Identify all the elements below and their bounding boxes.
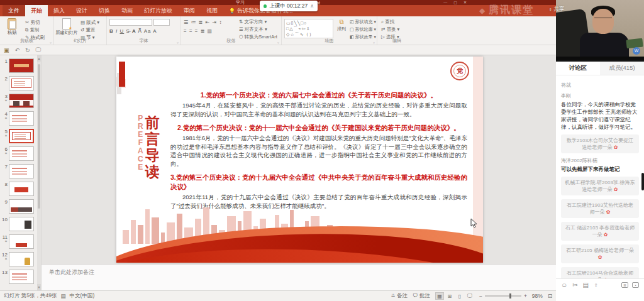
zoom-out-icon[interactable]: −	[479, 293, 482, 299]
slideshow-view-icon[interactable]: 🖵	[465, 292, 474, 300]
editing-buttons: ⌕ 查找 ⇄ 替换 ▾ ▷ 选择 ▾	[381, 19, 399, 40]
scroll-up-icon[interactable]: ▲	[37, 55, 41, 62]
slide-thumbnail-13[interactable]	[9, 270, 34, 284]
align-text-button[interactable]: ☰ 对齐文本 ▾	[239, 26, 277, 33]
dialog-launcher-icon[interactable]: ⌄	[176, 40, 179, 44]
ribbon-tab-3[interactable]: 设计	[70, 5, 93, 16]
maximize-icon[interactable]: ▢	[453, 0, 457, 5]
dialog-launcher-icon[interactable]: ⌄	[49, 40, 52, 44]
find-button[interactable]: ⌕ 查找	[381, 19, 399, 25]
ribbon-tab-6[interactable]: 幻灯片放映	[138, 5, 178, 16]
comments-toggle[interactable]: 🗩 批注	[413, 292, 430, 300]
emoji-icon[interactable]: ☺	[561, 282, 567, 288]
flower-icon: ✿	[613, 145, 618, 150]
ribbon-tab-0[interactable]: 文件	[3, 5, 25, 16]
ribbon-tab-7[interactable]: 审阅	[178, 5, 201, 16]
replace-button[interactable]: ⇄ 替换 ▾	[381, 26, 399, 33]
thumbnail-row: 10	[1, 217, 40, 231]
slide-thumbnail-6[interactable]	[9, 146, 34, 161]
normal-view-icon[interactable]: ▦	[435, 292, 444, 300]
status-bar: 幻灯片 第5张，共49张 ▤ 中文(中国) ≐ 备注 🗩 批注 ▦ ⊞ ▯ 🖵 …	[0, 290, 556, 301]
slide-thumbnail-10[interactable]	[9, 217, 34, 231]
align-buttons[interactable]: ≡ ≡ ≡ ≣ ▥	[184, 28, 213, 34]
slide-sorter-icon[interactable]: ⊞	[445, 292, 454, 300]
cut-button[interactable]: ✂ 剪切	[25, 19, 45, 26]
gift-message: 机械工程学院-研2003班-徐海东送给老师一朵 ✿	[561, 177, 639, 195]
chat-message: 各位同学，今天的课程由学校党委学生工作部部长 王亮老师给大家讲授，请同学们遵守课…	[561, 101, 639, 131]
slide-thumbnail-11[interactable]	[9, 234, 34, 249]
shape-outline-button[interactable]: ▢ 形状轮廓 ▾	[350, 26, 376, 33]
font-name-input[interactable]	[109, 19, 152, 26]
share-button[interactable]: ♀ 共享	[548, 6, 564, 13]
collapse-pill-icon[interactable]: ∧	[310, 3, 314, 9]
screenshot-icon[interactable]: ✂	[572, 282, 577, 288]
thumbnail-row: 11✶	[1, 234, 40, 249]
spellcheck-icon[interactable]: ▤	[61, 293, 66, 299]
thumbnail-scrollbar[interactable]: ▲ ▼	[37, 55, 41, 290]
zoom-percent[interactable]: 98%	[532, 293, 543, 299]
list-buttons[interactable]: ☰ ≔ ≣ ⇤ ⇥ ↕	[184, 19, 222, 25]
slide-thumbnail-1[interactable]	[9, 58, 34, 73]
slide-thumbnail-4[interactable]	[9, 111, 34, 126]
notes-pane[interactable]: 单击此处添加备注	[42, 264, 556, 290]
slide-thumbnail-5[interactable]	[9, 129, 34, 143]
font-format-buttons[interactable]: B I U S̶ 𝐀 A⃗ Aa A	[109, 28, 157, 35]
chat-scrollbar-thumb[interactable]	[641, 173, 644, 190]
dialog-launcher-icon[interactable]: ⌄	[372, 40, 375, 44]
shape-fill-button[interactable]: ◰ 形状填充 ▾	[350, 19, 376, 25]
minimize-icon[interactable]: —	[443, 0, 447, 5]
slide-thumbnail-2[interactable]	[9, 76, 34, 90]
slide-thumbnail-7[interactable]	[9, 164, 34, 178]
font-size-input[interactable]	[153, 19, 170, 26]
notes-placeholder[interactable]: 单击此处添加备注	[49, 268, 94, 276]
reading-view-icon[interactable]: ▯	[455, 292, 464, 300]
image-icon[interactable]: ▤	[583, 282, 589, 288]
ribbon-tab-1[interactable]: 开始	[25, 5, 48, 16]
zoom-in-icon[interactable]: +	[524, 293, 527, 299]
new-slide-button[interactable]: 新建幻灯片	[55, 18, 79, 36]
chat-username: 海洋2002陈科楠	[561, 157, 639, 164]
fit-to-window-icon[interactable]: ⊡	[548, 293, 552, 299]
chat-input[interactable]	[556, 291, 644, 301]
danmaku-icon[interactable]: •	[632, 282, 639, 288]
text-direction-button[interactable]: ⇅ 文字方向 ▾	[239, 19, 277, 25]
red-wave-1	[116, 219, 483, 263]
ribbon-tab-4[interactable]: 切换	[93, 5, 116, 16]
shapes-gallery[interactable]: ▭▯╲╲□○□△⌒⌁⇦⇩◇☆⌒∿（）	[284, 19, 333, 38]
current-slide[interactable]: 党 PREFACE 前言导读 1.党的第一个历史决议：党的六届七中全会通过的《关…	[116, 57, 483, 263]
panel-tab-members[interactable]: 成员(415)	[600, 62, 644, 75]
slide-thumbnail-12[interactable]	[9, 252, 34, 266]
notes-toggle[interactable]: ≐ 备注	[391, 292, 408, 300]
teacher-webcam-video[interactable]: W	[556, 0, 644, 60]
scrollbar-thumb[interactable]	[38, 64, 40, 209]
start-slideshow-icon[interactable]: 🖵	[36, 47, 42, 53]
ribbon-tab-5[interactable]: 动画	[116, 5, 138, 16]
mic-icon[interactable]: ♀	[594, 282, 599, 288]
thumbnail-row: 8	[1, 182, 40, 196]
redo-icon[interactable]: ↻	[25, 47, 30, 53]
answer-card-icon[interactable]: ≣	[621, 282, 628, 288]
class-status-pill[interactable]: 上课中 00:12:27 ∧	[260, 1, 318, 11]
slide-thumbnail-9[interactable]	[9, 199, 34, 214]
undo-icon[interactable]: ↶	[15, 47, 20, 53]
classroom-side-panel: W 讨论区成员(415) 将就李刚各位同学，今天的课程由学校党委学生工作部部长 …	[556, 0, 644, 301]
slide-number-status[interactable]: 幻灯片 第5张，共49张	[4, 292, 57, 300]
panel-tab-discussion[interactable]: 讨论区	[556, 62, 600, 75]
scroll-down-icon[interactable]: ▼	[37, 284, 41, 290]
zoom-slider[interactable]: − +	[479, 293, 527, 299]
ribbon-tab-8[interactable]: 视图	[201, 5, 223, 16]
ribbon-tab-2[interactable]: 插入	[48, 5, 70, 16]
zoom-thumb[interactable]	[509, 293, 511, 298]
layout-button[interactable]: ▤ 版式 ▾	[80, 19, 99, 26]
save-icon[interactable]: ▣	[4, 47, 9, 53]
close-icon[interactable]: ✕	[464, 0, 467, 5]
paste-button[interactable]: 粘贴	[1, 18, 23, 36]
slide-thumbnail-3[interactable]	[9, 94, 34, 108]
language-status[interactable]: 中文(中国)	[70, 292, 95, 300]
reset-button[interactable]: ↺ 重置	[80, 27, 99, 33]
dialog-launcher-icon[interactable]: ⌄	[277, 40, 280, 44]
arrange-button[interactable]: ⧉ 排列	[335, 18, 348, 32]
slide-thumbnail-8[interactable]	[9, 182, 34, 196]
glasses-icon	[594, 18, 612, 21]
copy-button[interactable]: ⧉ 复制	[25, 27, 45, 33]
